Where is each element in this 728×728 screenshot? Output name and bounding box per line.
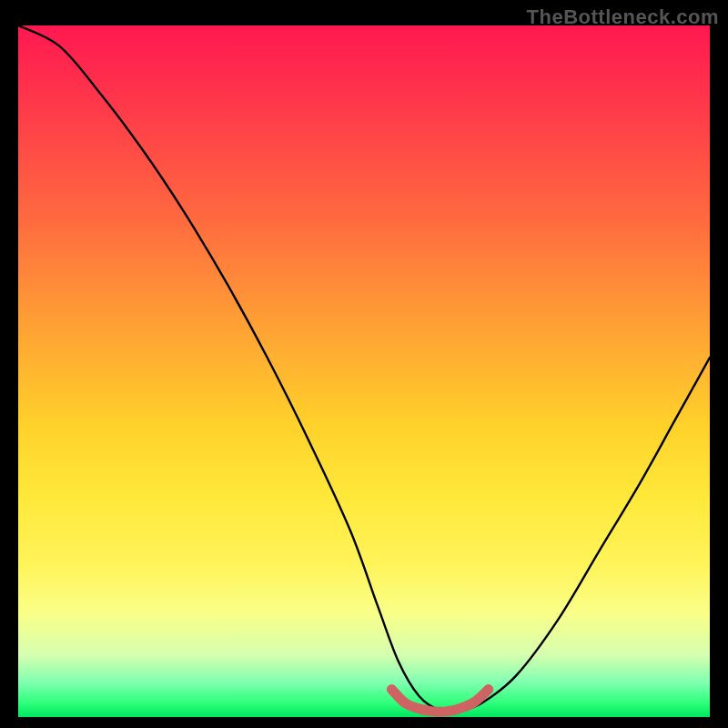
bottleneck-curve-path [18, 25, 710, 712]
curve-overlay [18, 25, 710, 717]
plot-area [18, 25, 710, 717]
chart-container: TheBottleneck.com [0, 0, 728, 728]
optimal-range-path [391, 690, 488, 713]
attribution-label: TheBottleneck.com [527, 5, 719, 29]
